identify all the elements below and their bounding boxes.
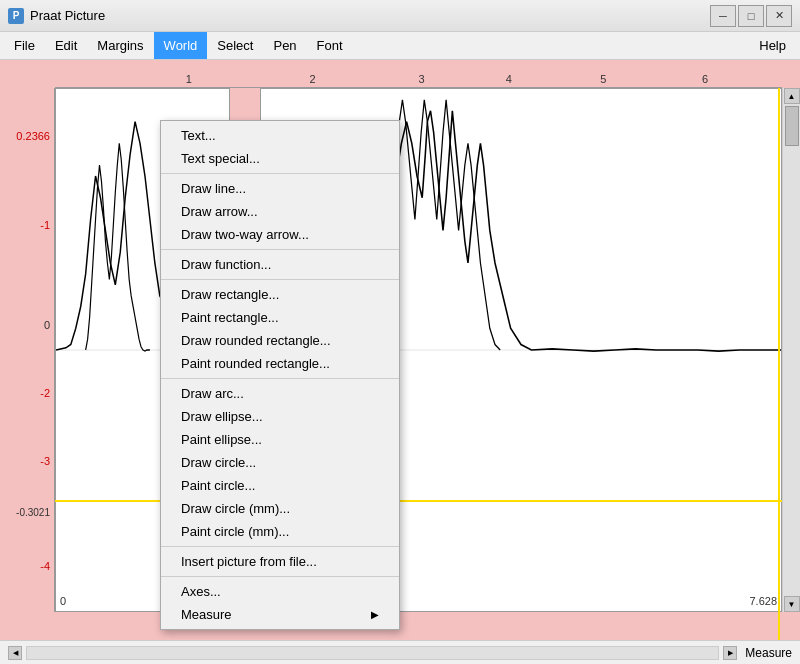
- yellow-vertical-line: [778, 88, 780, 640]
- statusbar-scroll-right[interactable]: ▶: [723, 646, 737, 660]
- axis-val-n4: -4: [40, 560, 50, 572]
- axis-val-n2: -2: [40, 387, 50, 399]
- ruler-mark-1: 1: [186, 73, 192, 85]
- menu-font[interactable]: Font: [307, 32, 353, 59]
- separator-2: [161, 249, 399, 250]
- statusbar-scroll-left[interactable]: ◀: [8, 646, 22, 660]
- menu-item-paint-ellipse[interactable]: Paint ellipse...: [161, 428, 399, 451]
- ruler-mark-4: 4: [506, 73, 512, 85]
- menu-item-text-special[interactable]: Text special...: [161, 147, 399, 170]
- separator-5: [161, 546, 399, 547]
- menu-pen[interactable]: Pen: [263, 32, 306, 59]
- menu-item-paint-circle[interactable]: Paint circle...: [161, 474, 399, 497]
- app-icon-letter: P: [13, 10, 20, 21]
- axis-val-0236: 0.2366: [16, 130, 50, 142]
- menu-item-paint-circle-mm[interactable]: Paint circle (mm)...: [161, 520, 399, 543]
- menu-item-paint-rectangle[interactable]: Paint rectangle...: [161, 306, 399, 329]
- axis-val-n3: -3: [40, 455, 50, 467]
- menu-item-paint-rounded-rectangle[interactable]: Paint rounded rectangle...: [161, 352, 399, 375]
- ruler-mark-6: 6: [702, 73, 708, 85]
- waveform-right-label: 7.628: [749, 595, 777, 607]
- statusbar-measure-label: Measure: [745, 646, 792, 660]
- axis-val-n3021: -0.3021: [16, 507, 50, 518]
- ruler-mark-5: 5: [600, 73, 606, 85]
- menu-item-draw-ellipse[interactable]: Draw ellipse...: [161, 405, 399, 428]
- menu-select[interactable]: Select: [207, 32, 263, 59]
- menu-margins[interactable]: Margins: [87, 32, 153, 59]
- menu-item-draw-circle-mm[interactable]: Draw circle (mm)...: [161, 497, 399, 520]
- separator-3: [161, 279, 399, 280]
- menu-item-draw-line[interactable]: Draw line...: [161, 177, 399, 200]
- separator-4: [161, 378, 399, 379]
- scroll-up-button[interactable]: ▲: [784, 88, 800, 104]
- menu-item-draw-rectangle[interactable]: Draw rectangle...: [161, 283, 399, 306]
- ruler-mark-3: 3: [419, 73, 425, 85]
- close-button[interactable]: ✕: [766, 5, 792, 27]
- separator-1: [161, 173, 399, 174]
- ruler-mark-2: 2: [309, 73, 315, 85]
- axis-val-0: 0: [44, 319, 50, 331]
- ruler-top: 1 2 3 4 5 6: [55, 60, 782, 88]
- measure-arrow-icon: ▶: [371, 609, 379, 620]
- menu-world[interactable]: World: [154, 32, 208, 59]
- separator-6: [161, 576, 399, 577]
- statusbar: ◀ ▶ Measure: [0, 640, 800, 664]
- scroll-thumb[interactable]: [785, 106, 799, 146]
- menu-item-measure[interactable]: Measure ▶: [161, 603, 399, 626]
- menu-item-draw-function[interactable]: Draw function...: [161, 253, 399, 276]
- menu-edit[interactable]: Edit: [45, 32, 87, 59]
- scrollbar-vertical[interactable]: ▲ ▼: [782, 88, 800, 612]
- waveform-left-zero: 0: [60, 595, 66, 607]
- menu-help[interactable]: Help: [749, 32, 796, 59]
- minimize-button[interactable]: ─: [710, 5, 736, 27]
- world-menu: Text... Text special... Draw line... Dra…: [160, 120, 400, 630]
- menu-item-draw-two-way-arrow[interactable]: Draw two-way arrow...: [161, 223, 399, 246]
- menu-item-draw-arrow[interactable]: Draw arrow...: [161, 200, 399, 223]
- app-title: Praat Picture: [30, 8, 105, 23]
- y-axis: 0.2366 -1 0 -2 -3 -0.3021 -4: [0, 88, 55, 612]
- window-controls: ─ □ ✕: [710, 5, 792, 27]
- statusbar-scrollbar[interactable]: [26, 646, 719, 660]
- menu-item-insert-picture[interactable]: Insert picture from file...: [161, 550, 399, 573]
- titlebar-left: P Praat Picture: [8, 8, 105, 24]
- titlebar: P Praat Picture ─ □ ✕: [0, 0, 800, 32]
- menu-file[interactable]: File: [4, 32, 45, 59]
- menu-item-axes[interactable]: Axes...: [161, 580, 399, 603]
- maximize-button[interactable]: □: [738, 5, 764, 27]
- main-canvas: 1 2 3 4 5 6 0.2366 -1 0 -2 -3 -0.3021 -4…: [0, 60, 800, 640]
- menu-item-draw-arc[interactable]: Draw arc...: [161, 382, 399, 405]
- menu-item-text[interactable]: Text...: [161, 124, 399, 147]
- menubar: File Edit Margins World Select Pen Font …: [0, 32, 800, 60]
- menu-item-draw-rounded-rectangle[interactable]: Draw rounded rectangle...: [161, 329, 399, 352]
- menu-item-draw-circle[interactable]: Draw circle...: [161, 451, 399, 474]
- scroll-down-button[interactable]: ▼: [784, 596, 800, 612]
- axis-val-n1: -1: [40, 219, 50, 231]
- measure-label: Measure: [181, 607, 232, 622]
- app-icon: P: [8, 8, 24, 24]
